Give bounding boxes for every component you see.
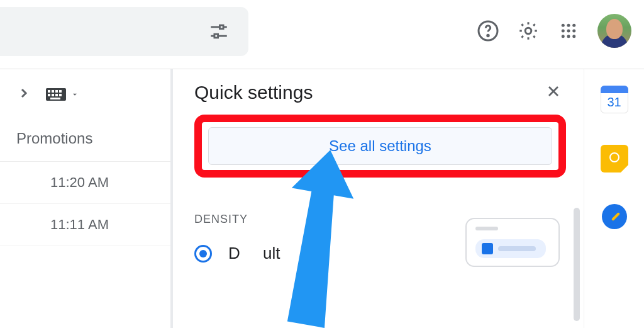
density-option-label: Default (228, 244, 280, 263)
pagination-toolbar (0, 77, 170, 112)
svg-rect-23 (50, 98, 60, 99)
svg-rect-20 (52, 94, 54, 96)
svg-point-11 (562, 35, 565, 38)
caret-down-icon (70, 90, 79, 99)
svg-point-4 (525, 28, 531, 34)
search-bar-segment[interactable] (0, 7, 248, 56)
help-icon[interactable] (477, 20, 499, 42)
svg-rect-0 (219, 25, 223, 29)
svg-point-7 (572, 24, 575, 27)
tasks-app-icon[interactable] (602, 204, 627, 229)
email-time[interactable]: 11:11 AM (0, 204, 170, 246)
email-time[interactable]: 11:20 AM (0, 162, 170, 204)
radio-selected-icon[interactable] (194, 245, 212, 263)
account-avatar[interactable] (597, 14, 631, 48)
svg-point-3 (487, 35, 489, 36)
apps-grid-icon[interactable] (557, 20, 580, 42)
svg-point-8 (562, 30, 565, 33)
keyboard-icon (45, 88, 67, 101)
see-all-settings-button[interactable]: See all settings (208, 127, 552, 165)
tab-promotions[interactable]: Promotions (0, 112, 170, 162)
svg-rect-17 (55, 90, 58, 93)
svg-rect-21 (55, 94, 58, 96)
panel-scrollbar[interactable] (574, 208, 580, 321)
inbox-column: Promotions 11:20 AM 11:11 AM (0, 69, 173, 328)
panel-title: Quick settings (194, 82, 313, 103)
keep-app-icon[interactable] (601, 145, 628, 172)
svg-point-10 (572, 30, 575, 33)
input-method-selector[interactable] (45, 88, 79, 101)
close-icon[interactable] (545, 82, 562, 103)
app-body: Promotions 11:20 AM 11:11 AM Quick setti… (0, 69, 644, 328)
chevron-right-icon[interactable] (16, 86, 31, 103)
svg-rect-19 (48, 94, 50, 96)
svg-rect-22 (59, 94, 62, 96)
density-preview-default (465, 218, 560, 267)
calendar-app-icon[interactable]: 31 (601, 86, 628, 113)
svg-point-12 (567, 35, 570, 38)
header-actions (477, 14, 631, 48)
app-header (0, 0, 644, 69)
svg-rect-15 (48, 90, 50, 93)
tune-icon[interactable] (208, 21, 230, 45)
svg-point-13 (572, 35, 575, 38)
svg-point-5 (562, 24, 565, 27)
svg-rect-1 (214, 34, 218, 38)
density-option-row[interactable]: Default Default (194, 244, 566, 263)
svg-point-9 (567, 30, 570, 33)
gear-icon[interactable] (517, 20, 540, 42)
quick-settings-panel: Quick settings See all settings DENSITY … (173, 69, 584, 328)
side-panel-rail: 31 (584, 69, 644, 328)
svg-point-6 (567, 24, 570, 27)
calendar-day-number: 31 (607, 95, 621, 110)
svg-rect-16 (52, 90, 54, 93)
svg-rect-18 (59, 90, 62, 93)
see-all-settings-highlight: See all settings (194, 115, 566, 178)
